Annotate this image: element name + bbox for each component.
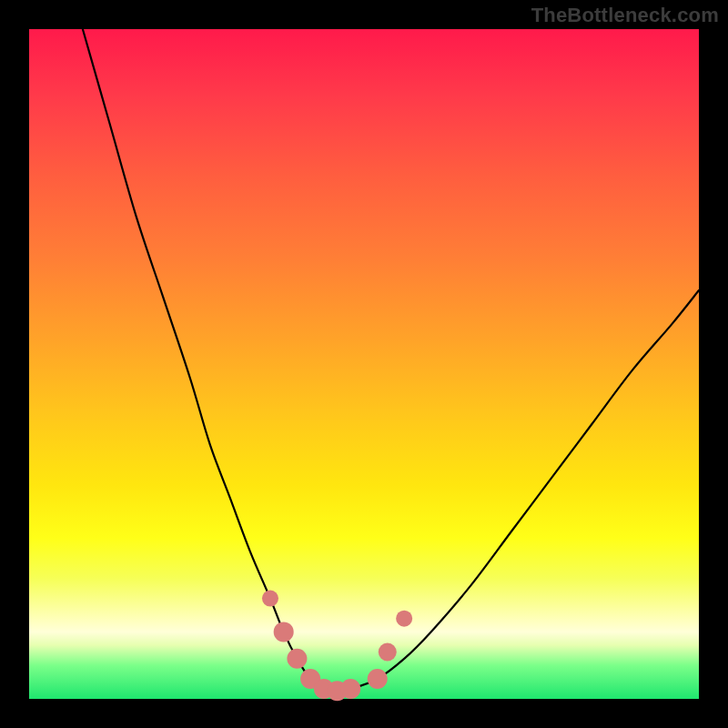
highlight-dot: [262, 591, 278, 607]
highlight-dots: [262, 591, 412, 702]
highlight-dot: [274, 622, 294, 642]
highlight-dot: [287, 649, 307, 669]
highlight-dot: [396, 611, 412, 627]
chart-svg: [29, 29, 699, 699]
highlight-dot: [340, 679, 360, 699]
bottleneck-curve: [83, 29, 699, 691]
plot-area: [29, 29, 699, 699]
highlight-dot: [300, 669, 320, 689]
highlight-dot: [379, 642, 397, 661]
highlight-dot: [368, 669, 388, 689]
highlight-dot: [328, 681, 348, 701]
chart-frame: TheBottleneck.com: [0, 0, 728, 728]
highlight-dot: [314, 679, 334, 699]
watermark-text: TheBottleneck.com: [531, 4, 719, 27]
